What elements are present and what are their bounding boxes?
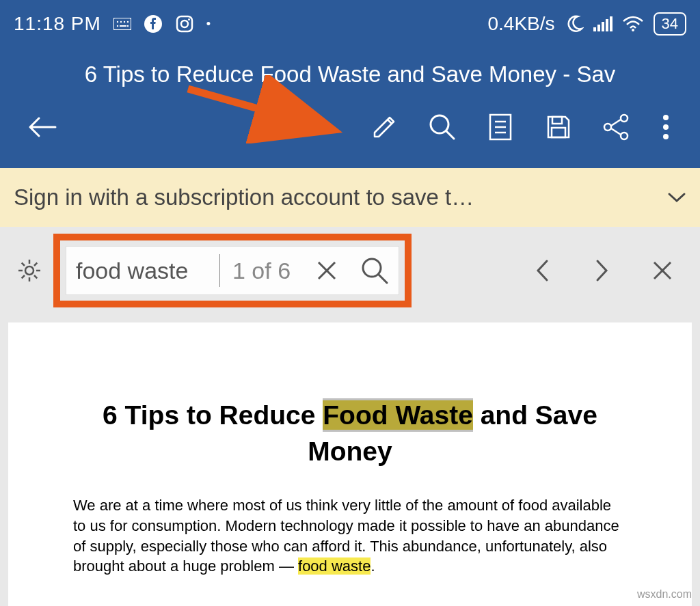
svg-point-2	[120, 21, 122, 23]
svg-point-33	[663, 134, 669, 139]
heading-highlight: Food Waste	[323, 400, 473, 430]
keyboard-icon	[113, 18, 131, 30]
svg-rect-13	[597, 25, 600, 31]
svg-line-29	[611, 120, 621, 126]
search-settings-button[interactable]	[10, 252, 48, 290]
svg-rect-15	[606, 19, 608, 31]
moon-icon	[565, 14, 584, 33]
svg-point-28	[621, 133, 628, 139]
clear-search-button[interactable]	[303, 247, 351, 294]
status-left: 11:18 PM •	[14, 13, 211, 35]
status-time: 11:18 PM	[14, 13, 101, 35]
svg-point-3	[124, 21, 125, 23]
svg-point-27	[604, 124, 611, 130]
svg-point-1	[117, 21, 118, 23]
svg-rect-6	[120, 25, 126, 27]
search-input[interactable]	[66, 254, 220, 287]
share-button[interactable]	[591, 107, 642, 148]
status-right: 0.4KB/s 34	[487, 12, 686, 36]
svg-point-32	[663, 124, 669, 130]
more-button[interactable]	[649, 107, 683, 148]
facebook-icon	[144, 14, 163, 33]
battery-indicator: 34	[654, 12, 686, 36]
document-title: 6 Tips to Reduce Food Waste and Save Mon…	[85, 61, 616, 87]
svg-line-38	[379, 275, 387, 283]
save-button[interactable]	[533, 107, 584, 148]
body-part2: .	[371, 557, 375, 575]
prev-result-button[interactable]	[515, 250, 569, 291]
search-box: 1 of 6	[66, 246, 399, 295]
wifi-icon	[622, 16, 644, 32]
article-heading: 6 Tips to Reduce Food Waste and Save Mon…	[73, 398, 627, 469]
banner-text: Sign in with a subscription account to s…	[14, 184, 474, 210]
search-box-highlight: 1 of 6	[53, 234, 412, 307]
document-viewport[interactable]: 6 Tips to Reduce Food Waste and Save Mon…	[0, 314, 700, 606]
data-rate: 0.4KB/s	[487, 13, 554, 35]
svg-point-4	[127, 21, 129, 23]
outline-button[interactable]	[474, 107, 526, 148]
svg-rect-9	[177, 16, 192, 31]
status-bar: 11:18 PM • 0.4KB/s 34	[0, 0, 700, 48]
battery-level: 34	[662, 15, 678, 32]
svg-rect-0	[113, 18, 131, 30]
search-result-count: 1 of 6	[220, 258, 303, 284]
instagram-icon	[175, 14, 194, 33]
document-page: 6 Tips to Reduce Food Waste and Save Mon…	[8, 322, 692, 606]
watermark: wsxdn.com	[637, 588, 692, 601]
svg-point-31	[663, 115, 669, 120]
svg-point-26	[621, 115, 628, 122]
body-highlight: food waste	[298, 557, 371, 575]
chevron-down-icon	[667, 192, 686, 203]
signal-icon	[593, 16, 612, 31]
svg-point-17	[632, 29, 634, 31]
svg-point-5	[117, 25, 118, 27]
svg-point-34	[25, 266, 33, 275]
svg-point-7	[127, 25, 129, 27]
search-go-button[interactable]	[351, 247, 399, 294]
heading-part1: 6 Tips to Reduce	[103, 400, 323, 430]
svg-rect-24	[552, 117, 562, 124]
svg-point-11	[188, 18, 190, 20]
back-button[interactable]	[17, 107, 68, 148]
signin-banner[interactable]: Sign in with a subscription account to s…	[0, 168, 700, 227]
close-search-button[interactable]	[635, 250, 690, 291]
article-body: We are at a time where most of us think …	[73, 495, 627, 577]
find-bar: 1 of 6	[0, 227, 700, 314]
svg-rect-12	[593, 27, 596, 31]
document-title-bar: 6 Tips to Reduce Food Waste and Save Mon…	[0, 48, 700, 107]
svg-line-19	[446, 131, 454, 139]
svg-point-10	[181, 20, 188, 27]
svg-rect-14	[602, 22, 604, 31]
svg-rect-25	[552, 128, 565, 137]
edit-button[interactable]	[358, 107, 409, 148]
next-result-button[interactable]	[575, 250, 630, 291]
svg-line-30	[611, 128, 621, 135]
svg-rect-16	[610, 16, 612, 31]
toolbar	[0, 107, 700, 168]
search-button[interactable]	[416, 107, 468, 148]
dot-icon: •	[206, 17, 211, 31]
